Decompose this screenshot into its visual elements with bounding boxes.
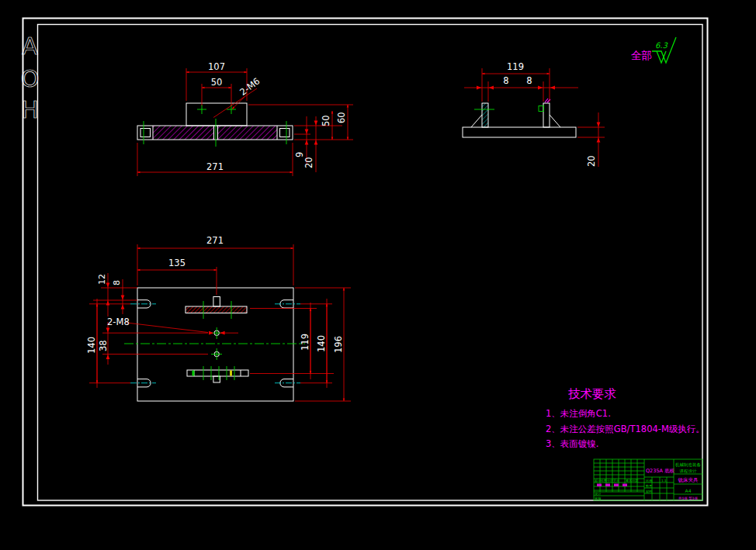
dim-text-12: 12 xyxy=(97,274,107,285)
surface-finish-value: 6.3 xyxy=(655,41,668,50)
side-arrowheads xyxy=(477,86,600,143)
svg-text:日期: 日期 xyxy=(632,479,638,483)
gusset xyxy=(550,115,560,127)
dim-text-135: 135 xyxy=(168,258,186,268)
top-block-outline xyxy=(186,103,247,126)
dim-text-38: 38 xyxy=(98,340,109,351)
dim-text-50: 50 xyxy=(211,77,223,88)
margin-letters: A O H xyxy=(21,33,40,123)
dim-text-8: 8 xyxy=(112,280,122,285)
drawing-sheet: A O H 全部 6.3 xyxy=(0,0,756,550)
dim-text-8: 8 xyxy=(526,75,532,86)
svg-text:1:1: 1:1 xyxy=(661,479,667,483)
gusset xyxy=(471,115,482,127)
part-name: 铣床夹具 xyxy=(678,477,699,483)
svg-text:设计: 设计 xyxy=(595,492,602,496)
side-plate-outline xyxy=(463,127,576,137)
right-rib xyxy=(543,103,550,127)
dim-text-140-right: 140 xyxy=(316,335,327,352)
margin-letter: H xyxy=(21,96,39,123)
dim-text-50-right: 50 xyxy=(321,115,331,126)
top-bar-hatch xyxy=(186,306,247,313)
dim-text-119: 119 xyxy=(507,61,524,72)
dim-text-60: 60 xyxy=(336,112,347,123)
bottom-bar-outline xyxy=(187,370,248,376)
paper-size: A4 xyxy=(685,488,692,493)
dim-text-140-left: 140 xyxy=(86,337,97,354)
plan-view: 271 135 12 8 2-M8 140 38 119 140 196 xyxy=(86,235,351,401)
title-block: Q235A 底板 机械制造装备 课程设计 铣床夹具 A4 共1张 第1张 标记 … xyxy=(594,459,702,500)
thread-label-2-M8: 2-M8 xyxy=(107,317,130,327)
rib-hatch xyxy=(482,103,488,127)
dim-text-107: 107 xyxy=(208,61,225,72)
front-view: 107 50 271 2-M6 50 60 9 20 xyxy=(137,61,353,176)
surface-finish-note: 全部 6.3 xyxy=(631,37,676,63)
svg-text:数量: 数量 xyxy=(646,484,652,488)
cad-canvas: A O H 全部 6.3 xyxy=(0,0,756,550)
hatch-area xyxy=(218,126,278,140)
surface-finish-scope: 全部 xyxy=(631,49,652,61)
dim-text-9: 9 xyxy=(294,152,305,157)
technical-requirements: 技术要求 1、未注倒角C1. 2、未注公差按照GB/T1804-M级执行。 3、… xyxy=(546,387,705,449)
end-slot xyxy=(280,129,290,137)
dim-text-271: 271 xyxy=(206,235,224,246)
hatch-area xyxy=(153,126,214,140)
org-line1: 机械制造装备 xyxy=(675,462,702,468)
signature-marks xyxy=(597,484,627,487)
org-line2: 课程设计 xyxy=(679,469,698,474)
sheet-info: 共1张 第1张 xyxy=(678,496,699,500)
dim-text-20: 20 xyxy=(303,157,314,168)
tech-req-item: 3、表面镀镍. xyxy=(546,438,598,449)
svg-text:审核: 审核 xyxy=(595,496,602,500)
material-text: Q235A 底板 xyxy=(646,468,675,474)
tech-req-title: 技术要求 xyxy=(568,387,616,401)
top-tab xyxy=(213,297,220,307)
side-view: 119 8 8 20 xyxy=(463,61,605,167)
margin-letter: A xyxy=(22,33,38,60)
tech-req-item: 2、未注公差按照GB/T1804-M级执行。 xyxy=(546,424,705,434)
svg-text:更改: 更改 xyxy=(613,479,619,483)
dim-text-271: 271 xyxy=(206,161,224,172)
plan-plate-outline xyxy=(137,288,293,401)
dim-text-196: 196 xyxy=(333,336,344,353)
dim-text-8: 8 xyxy=(503,75,508,86)
end-slot xyxy=(140,129,151,137)
thread-label-2-M6: 2-M6 xyxy=(238,75,262,97)
dim-text-20: 20 xyxy=(586,155,597,167)
margin-letter: O xyxy=(21,65,40,92)
locator-mark xyxy=(230,371,232,376)
tech-req-item: 1、未注倒角C1. xyxy=(546,408,611,419)
locator-mark xyxy=(192,371,195,376)
dim-text-119: 119 xyxy=(300,334,310,351)
title-block-labels: 标记 处数 分区 更改 签名 日期 设计 审核 比例 1:1 数量 材料 xyxy=(595,479,667,500)
